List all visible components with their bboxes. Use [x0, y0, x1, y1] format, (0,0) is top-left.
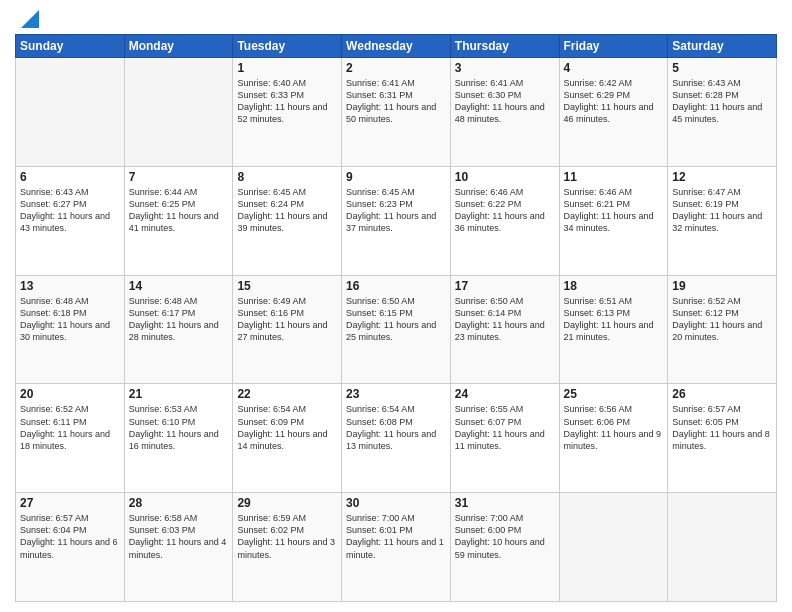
day-number: 8	[237, 170, 337, 184]
day-info: Sunrise: 6:44 AM Sunset: 6:25 PM Dayligh…	[129, 186, 229, 235]
day-number: 20	[20, 387, 120, 401]
day-number: 31	[455, 496, 555, 510]
day-info: Sunrise: 6:56 AM Sunset: 6:06 PM Dayligh…	[564, 403, 664, 452]
day-header-sunday: Sunday	[16, 35, 125, 58]
header-row: SundayMondayTuesdayWednesdayThursdayFrid…	[16, 35, 777, 58]
day-cell: 11Sunrise: 6:46 AM Sunset: 6:21 PM Dayli…	[559, 166, 668, 275]
day-info: Sunrise: 6:57 AM Sunset: 6:05 PM Dayligh…	[672, 403, 772, 452]
week-row-2: 6Sunrise: 6:43 AM Sunset: 6:27 PM Daylig…	[16, 166, 777, 275]
day-cell: 7Sunrise: 6:44 AM Sunset: 6:25 PM Daylig…	[124, 166, 233, 275]
day-header-saturday: Saturday	[668, 35, 777, 58]
day-info: Sunrise: 6:53 AM Sunset: 6:10 PM Dayligh…	[129, 403, 229, 452]
day-cell: 24Sunrise: 6:55 AM Sunset: 6:07 PM Dayli…	[450, 384, 559, 493]
logo-triangle-icon	[21, 10, 39, 28]
calendar-table: SundayMondayTuesdayWednesdayThursdayFrid…	[15, 34, 777, 602]
week-row-5: 27Sunrise: 6:57 AM Sunset: 6:04 PM Dayli…	[16, 493, 777, 602]
page: SundayMondayTuesdayWednesdayThursdayFrid…	[0, 0, 792, 612]
day-cell: 6Sunrise: 6:43 AM Sunset: 6:27 PM Daylig…	[16, 166, 125, 275]
day-cell: 10Sunrise: 6:46 AM Sunset: 6:22 PM Dayli…	[450, 166, 559, 275]
logo-icon	[15, 10, 39, 28]
day-info: Sunrise: 6:45 AM Sunset: 6:23 PM Dayligh…	[346, 186, 446, 235]
day-info: Sunrise: 6:54 AM Sunset: 6:08 PM Dayligh…	[346, 403, 446, 452]
day-cell: 2Sunrise: 6:41 AM Sunset: 6:31 PM Daylig…	[342, 58, 451, 167]
day-number: 2	[346, 61, 446, 75]
day-number: 16	[346, 279, 446, 293]
day-cell: 20Sunrise: 6:52 AM Sunset: 6:11 PM Dayli…	[16, 384, 125, 493]
day-info: Sunrise: 6:48 AM Sunset: 6:18 PM Dayligh…	[20, 295, 120, 344]
day-header-wednesday: Wednesday	[342, 35, 451, 58]
day-number: 9	[346, 170, 446, 184]
day-cell: 4Sunrise: 6:42 AM Sunset: 6:29 PM Daylig…	[559, 58, 668, 167]
day-info: Sunrise: 6:54 AM Sunset: 6:09 PM Dayligh…	[237, 403, 337, 452]
day-header-friday: Friday	[559, 35, 668, 58]
day-cell: 28Sunrise: 6:58 AM Sunset: 6:03 PM Dayli…	[124, 493, 233, 602]
day-info: Sunrise: 7:00 AM Sunset: 6:00 PM Dayligh…	[455, 512, 555, 561]
day-number: 24	[455, 387, 555, 401]
day-number: 14	[129, 279, 229, 293]
day-number: 27	[20, 496, 120, 510]
day-number: 26	[672, 387, 772, 401]
day-info: Sunrise: 6:49 AM Sunset: 6:16 PM Dayligh…	[237, 295, 337, 344]
day-number: 29	[237, 496, 337, 510]
day-number: 11	[564, 170, 664, 184]
day-cell: 25Sunrise: 6:56 AM Sunset: 6:06 PM Dayli…	[559, 384, 668, 493]
day-cell: 27Sunrise: 6:57 AM Sunset: 6:04 PM Dayli…	[16, 493, 125, 602]
day-info: Sunrise: 6:47 AM Sunset: 6:19 PM Dayligh…	[672, 186, 772, 235]
day-cell	[559, 493, 668, 602]
day-header-monday: Monday	[124, 35, 233, 58]
day-number: 13	[20, 279, 120, 293]
day-number: 1	[237, 61, 337, 75]
day-info: Sunrise: 6:48 AM Sunset: 6:17 PM Dayligh…	[129, 295, 229, 344]
week-row-1: 1Sunrise: 6:40 AM Sunset: 6:33 PM Daylig…	[16, 58, 777, 167]
day-cell: 9Sunrise: 6:45 AM Sunset: 6:23 PM Daylig…	[342, 166, 451, 275]
week-row-4: 20Sunrise: 6:52 AM Sunset: 6:11 PM Dayli…	[16, 384, 777, 493]
day-number: 7	[129, 170, 229, 184]
day-info: Sunrise: 6:57 AM Sunset: 6:04 PM Dayligh…	[20, 512, 120, 561]
day-header-thursday: Thursday	[450, 35, 559, 58]
day-cell: 14Sunrise: 6:48 AM Sunset: 6:17 PM Dayli…	[124, 275, 233, 384]
day-info: Sunrise: 6:40 AM Sunset: 6:33 PM Dayligh…	[237, 77, 337, 126]
day-info: Sunrise: 6:50 AM Sunset: 6:14 PM Dayligh…	[455, 295, 555, 344]
day-number: 30	[346, 496, 446, 510]
day-cell: 18Sunrise: 6:51 AM Sunset: 6:13 PM Dayli…	[559, 275, 668, 384]
day-info: Sunrise: 6:59 AM Sunset: 6:02 PM Dayligh…	[237, 512, 337, 561]
day-number: 22	[237, 387, 337, 401]
day-cell: 13Sunrise: 6:48 AM Sunset: 6:18 PM Dayli…	[16, 275, 125, 384]
day-cell	[16, 58, 125, 167]
day-cell: 23Sunrise: 6:54 AM Sunset: 6:08 PM Dayli…	[342, 384, 451, 493]
day-cell: 17Sunrise: 6:50 AM Sunset: 6:14 PM Dayli…	[450, 275, 559, 384]
day-cell: 31Sunrise: 7:00 AM Sunset: 6:00 PM Dayli…	[450, 493, 559, 602]
day-number: 5	[672, 61, 772, 75]
day-info: Sunrise: 6:52 AM Sunset: 6:11 PM Dayligh…	[20, 403, 120, 452]
day-cell: 15Sunrise: 6:49 AM Sunset: 6:16 PM Dayli…	[233, 275, 342, 384]
day-info: Sunrise: 6:52 AM Sunset: 6:12 PM Dayligh…	[672, 295, 772, 344]
logo	[15, 10, 39, 28]
day-info: Sunrise: 6:55 AM Sunset: 6:07 PM Dayligh…	[455, 403, 555, 452]
day-number: 25	[564, 387, 664, 401]
day-cell: 19Sunrise: 6:52 AM Sunset: 6:12 PM Dayli…	[668, 275, 777, 384]
day-info: Sunrise: 6:46 AM Sunset: 6:22 PM Dayligh…	[455, 186, 555, 235]
day-info: Sunrise: 6:43 AM Sunset: 6:28 PM Dayligh…	[672, 77, 772, 126]
day-number: 15	[237, 279, 337, 293]
day-number: 19	[672, 279, 772, 293]
day-number: 10	[455, 170, 555, 184]
day-number: 12	[672, 170, 772, 184]
day-cell: 3Sunrise: 6:41 AM Sunset: 6:30 PM Daylig…	[450, 58, 559, 167]
day-number: 18	[564, 279, 664, 293]
day-cell: 16Sunrise: 6:50 AM Sunset: 6:15 PM Dayli…	[342, 275, 451, 384]
day-number: 6	[20, 170, 120, 184]
day-info: Sunrise: 6:46 AM Sunset: 6:21 PM Dayligh…	[564, 186, 664, 235]
day-number: 17	[455, 279, 555, 293]
day-cell: 26Sunrise: 6:57 AM Sunset: 6:05 PM Dayli…	[668, 384, 777, 493]
day-number: 21	[129, 387, 229, 401]
day-number: 23	[346, 387, 446, 401]
week-row-3: 13Sunrise: 6:48 AM Sunset: 6:18 PM Dayli…	[16, 275, 777, 384]
day-number: 3	[455, 61, 555, 75]
day-cell	[668, 493, 777, 602]
day-info: Sunrise: 6:50 AM Sunset: 6:15 PM Dayligh…	[346, 295, 446, 344]
day-info: Sunrise: 6:41 AM Sunset: 6:31 PM Dayligh…	[346, 77, 446, 126]
svg-marker-0	[21, 10, 39, 28]
day-number: 4	[564, 61, 664, 75]
day-info: Sunrise: 6:51 AM Sunset: 6:13 PM Dayligh…	[564, 295, 664, 344]
day-cell: 21Sunrise: 6:53 AM Sunset: 6:10 PM Dayli…	[124, 384, 233, 493]
